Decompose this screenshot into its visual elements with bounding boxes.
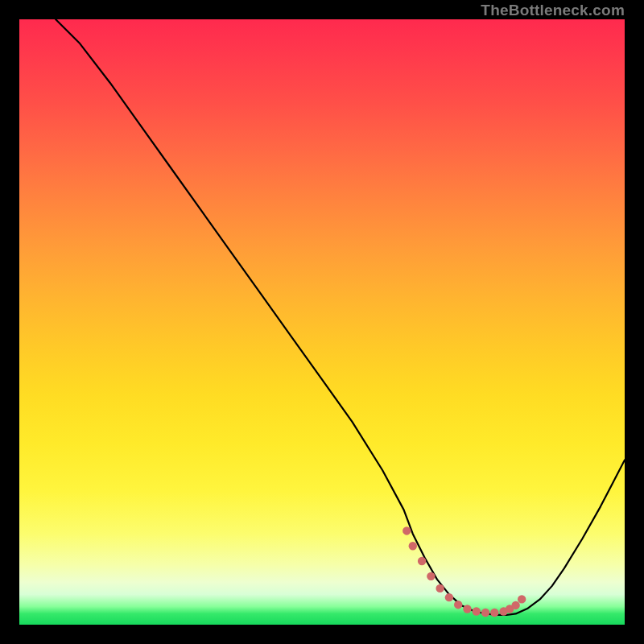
- watermark-label: TheBottleneck.com: [481, 2, 625, 19]
- gradient-background: [19, 19, 625, 625]
- plot-area: [19, 19, 625, 625]
- chart-frame: TheBottleneck.com: [0, 0, 644, 644]
